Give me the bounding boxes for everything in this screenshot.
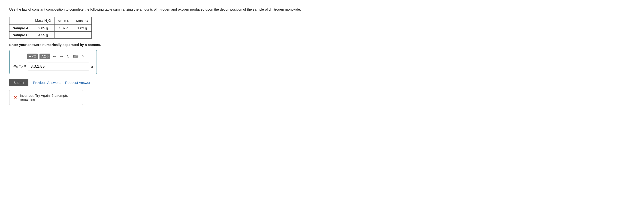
sample-b-mass-n2o: 4.55 g bbox=[32, 32, 54, 38]
math-button[interactable]: ■ √□ bbox=[27, 54, 38, 59]
keyboard-button[interactable]: ⌨ bbox=[72, 54, 80, 59]
previous-answers-button[interactable]: Previous Answers bbox=[33, 80, 60, 84]
table-header-n: Mass N bbox=[54, 17, 73, 24]
sample-b-mass-o: ______ bbox=[73, 32, 92, 38]
answer-input[interactable] bbox=[28, 62, 89, 70]
refresh-button[interactable]: ↻ bbox=[66, 54, 70, 59]
black-square-icon: ■ bbox=[29, 54, 31, 58]
input-row: mN,mO = g bbox=[14, 62, 93, 70]
sample-a-label: Sample A bbox=[10, 24, 32, 32]
input-label: mN,mO = bbox=[14, 64, 26, 68]
enter-instructions: Enter your answers numerically separated… bbox=[9, 43, 635, 47]
sample-b-label: Sample B bbox=[10, 32, 32, 38]
sample-a-mass-n: 1.82 g bbox=[54, 24, 73, 32]
question-text: Use the law of constant composition to c… bbox=[9, 7, 332, 12]
feedback-box: ✕ Incorrect; Try Again; 5 attempts remai… bbox=[9, 90, 83, 105]
buttons-row: Submit Previous Answers Request Answer bbox=[9, 79, 635, 86]
redo-button[interactable]: ↪ bbox=[59, 54, 64, 59]
incorrect-icon: ✕ bbox=[14, 95, 17, 100]
data-table: Mass N2O Mass N Mass O Sample A 2.85 g 1… bbox=[9, 17, 92, 38]
unit-label: g bbox=[91, 64, 93, 68]
sample-a-mass-o: 1.03 g bbox=[73, 24, 92, 32]
table-header-n2o: Mass N2O bbox=[32, 17, 54, 24]
sample-b-mass-n: ______ bbox=[54, 32, 73, 38]
sample-a-mass-n2o: 2.85 g bbox=[32, 24, 54, 32]
table-row-sample-a: Sample A 2.85 g 1.82 g 1.03 g bbox=[10, 24, 92, 32]
feedback-text: Incorrect; Try Again; 5 attempts remaini… bbox=[20, 94, 79, 102]
table-row-sample-b: Sample B 4.55 g ______ ______ bbox=[10, 32, 92, 38]
table-header-o: Mass O bbox=[73, 17, 92, 24]
undo-button[interactable]: ↩ bbox=[52, 54, 57, 59]
table-header-empty bbox=[10, 17, 32, 24]
help-button[interactable]: ? bbox=[81, 54, 85, 59]
answer-container: ■ √□ ΑΣΦ ↩ ↪ ↻ ⌨ ? mN,mO = g bbox=[9, 50, 97, 74]
submit-button[interactable]: Submit bbox=[9, 79, 28, 86]
request-answer-button[interactable]: Request Answer bbox=[65, 80, 90, 84]
math-toolbar: ■ √□ ΑΣΦ ↩ ↪ ↻ ⌨ ? bbox=[14, 54, 93, 59]
sqrt-icon: √□ bbox=[32, 54, 36, 58]
greek-button[interactable]: ΑΣΦ bbox=[40, 54, 50, 59]
